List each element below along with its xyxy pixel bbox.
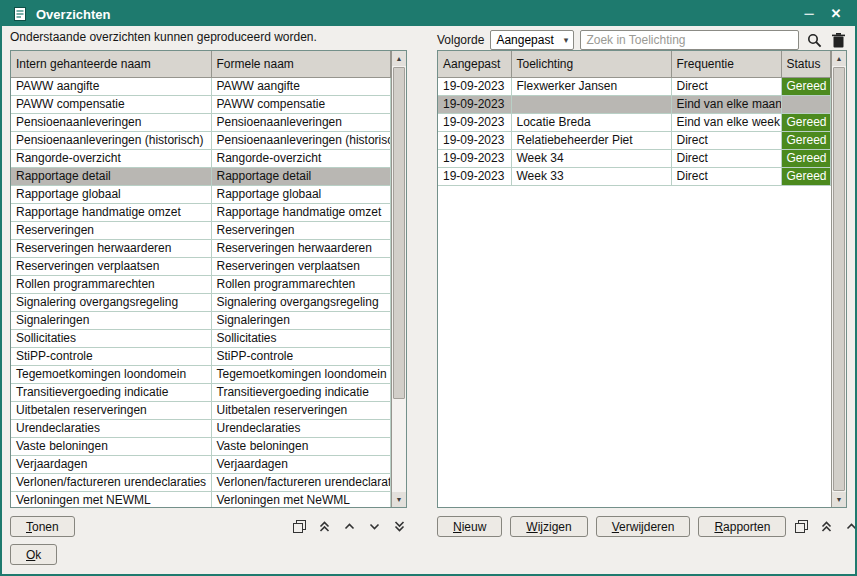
table-row[interactable]: StiPP-controleStiPP-controle bbox=[11, 347, 391, 365]
ok-button[interactable]: Ok bbox=[10, 544, 57, 565]
search-icon bbox=[807, 33, 822, 48]
move-bottom-button[interactable] bbox=[392, 519, 407, 534]
table-row[interactable]: 19-09-2023Locatie BredaEind van elke wee… bbox=[438, 113, 831, 131]
move-up-button[interactable] bbox=[342, 519, 357, 534]
table-row[interactable]: Rapportage detailRapportage detail bbox=[11, 167, 391, 185]
table-row[interactable]: ReserveringenReserveringen bbox=[11, 221, 391, 239]
instruction-text: Onderstaande overzichten kunnen geproduc… bbox=[10, 30, 407, 44]
scroll-down-icon[interactable]: ▼ bbox=[392, 492, 406, 507]
table-row[interactable]: PAWW aangiftePAWW aangifte bbox=[11, 77, 391, 95]
left-icon-group bbox=[292, 519, 407, 534]
cell: Locatie Breda bbox=[511, 113, 671, 131]
cell: Verloningen met NEWML bbox=[11, 491, 211, 507]
cell: Vaste beloningen bbox=[11, 437, 211, 455]
table-row[interactable]: 19-09-2023Week 34DirectGereed bbox=[438, 149, 831, 167]
table-row[interactable]: SollicitatiesSollicitaties bbox=[11, 329, 391, 347]
tonen-button[interactable]: Tonen bbox=[10, 516, 75, 537]
left-scrollbar[interactable]: ▲ ▼ bbox=[391, 51, 406, 507]
cell: 19-09-2023 bbox=[438, 77, 511, 95]
scrollbar-track[interactable] bbox=[832, 66, 846, 492]
table-row[interactable]: SignaleringenSignaleringen bbox=[11, 311, 391, 329]
table-row[interactable]: Rapportage globaalRapportage globaal bbox=[11, 185, 391, 203]
rapporten-table: Aangepast Toelichting Frequentie Status … bbox=[437, 50, 847, 508]
cell: Reserveringen verplaatsen bbox=[211, 257, 391, 275]
scrollbar-track[interactable] bbox=[392, 66, 406, 492]
cell: Pensioenaanleveringen bbox=[211, 113, 391, 131]
overzichten-table: Intern gehanteerde naam Formele naam PAW… bbox=[10, 50, 407, 508]
search-button[interactable] bbox=[805, 31, 823, 49]
scroll-up-icon[interactable]: ▲ bbox=[392, 51, 406, 66]
right-scrollbar[interactable]: ▲ ▼ bbox=[831, 51, 846, 507]
cell: Transitievergoeding indicatie bbox=[11, 383, 211, 401]
table-row[interactable]: PensioenaanleveringenPensioenaanlevering… bbox=[11, 113, 391, 131]
close-button[interactable]: ✕ bbox=[826, 3, 846, 25]
cell: PAWW compensatie bbox=[11, 95, 211, 113]
table-row[interactable]: Rollen programmarechtenRollen programmar… bbox=[11, 275, 391, 293]
move-down-button[interactable] bbox=[367, 519, 382, 534]
titlebar[interactable]: Overzichten ─ ✕ bbox=[2, 2, 855, 26]
table-row[interactable]: Uitbetalen reserveringenUitbetalen reser… bbox=[11, 401, 391, 419]
cell: Rangorde-overzicht bbox=[211, 149, 391, 167]
cell bbox=[511, 95, 671, 113]
table-row[interactable]: Pensioenaanleveringen (historisch)Pensio… bbox=[11, 131, 391, 149]
scrollbar-thumb[interactable] bbox=[393, 67, 405, 399]
delete-button[interactable] bbox=[829, 31, 847, 49]
table-row[interactable]: Tegemoetkomingen loondomeinTegemoetkomin… bbox=[11, 365, 391, 383]
scroll-down-icon[interactable]: ▼ bbox=[832, 492, 846, 507]
cell bbox=[781, 95, 831, 113]
cell: 19-09-2023 bbox=[438, 95, 511, 113]
cell: Direct bbox=[671, 77, 781, 95]
table-row[interactable]: Verlonen/factureren urendeclaratiesVerlo… bbox=[11, 473, 391, 491]
chevron-down-icon: ▾ bbox=[564, 35, 569, 45]
table-row[interactable]: 19-09-2023Relatiebeheerder PietDirectGer… bbox=[438, 131, 831, 149]
double-chevron-down-icon bbox=[393, 520, 406, 533]
search-input[interactable] bbox=[580, 30, 799, 50]
table-row[interactable]: UrendeclaratiesUrendeclaraties bbox=[11, 419, 391, 437]
table-row[interactable]: Signalering overgangsregelingSignalering… bbox=[11, 293, 391, 311]
minimize-button[interactable]: ─ bbox=[799, 3, 819, 25]
cell: Rapportage globaal bbox=[211, 185, 391, 203]
table-row[interactable]: Reserveringen verplaatsenReserveringen v… bbox=[11, 257, 391, 275]
cell: Verlonen/factureren urendeclaraties bbox=[11, 473, 211, 491]
move-up-button[interactable] bbox=[844, 519, 857, 534]
column-header-formele-naam: Formele naam bbox=[211, 51, 391, 77]
move-top-button[interactable] bbox=[819, 519, 834, 534]
table-row[interactable]: Transitievergoeding indicatieTransitieve… bbox=[11, 383, 391, 401]
volgorde-dropdown[interactable]: Aangepast ▾ bbox=[490, 30, 574, 50]
cell: Tegemoetkomingen loondomein bbox=[211, 365, 391, 383]
cell: 19-09-2023 bbox=[438, 113, 511, 131]
copy-button[interactable] bbox=[292, 519, 307, 534]
table-row[interactable]: Verloningen met NEWMLVerloningen met NeW… bbox=[11, 491, 391, 507]
cell: 19-09-2023 bbox=[438, 149, 511, 167]
nieuw-button[interactable]: Nieuw bbox=[437, 516, 502, 537]
move-top-button[interactable] bbox=[317, 519, 332, 534]
cell: Signalering overgangsregeling bbox=[211, 293, 391, 311]
table-row[interactable]: VerjaardagenVerjaardagen bbox=[11, 455, 391, 473]
table-row[interactable]: 19-09-2023Eind van elke maand bbox=[438, 95, 831, 113]
table-row[interactable]: Rangorde-overzichtRangorde-overzicht bbox=[11, 149, 391, 167]
cell: Gereed bbox=[781, 149, 831, 167]
column-header-frequentie: Frequentie bbox=[671, 51, 781, 77]
verwijderen-button[interactable]: Verwijderen bbox=[596, 516, 691, 537]
table-row[interactable]: 19-09-2023Flexwerker JansenDirectGereed bbox=[438, 77, 831, 95]
table-row[interactable]: Reserveringen herwaarderenReserveringen … bbox=[11, 239, 391, 257]
table-row[interactable]: 19-09-2023Week 33DirectGereed bbox=[438, 167, 831, 185]
cell: Sollicitaties bbox=[11, 329, 211, 347]
cell: Reserveringen bbox=[11, 221, 211, 239]
column-header-toelichting: Toelichting bbox=[511, 51, 671, 77]
trash-icon bbox=[832, 33, 845, 48]
wijzigen-button[interactable]: Wijzigen bbox=[510, 516, 587, 537]
column-header-intern-naam: Intern gehanteerde naam bbox=[11, 51, 211, 77]
table-row[interactable]: Rapportage handmatige omzetRapportage ha… bbox=[11, 203, 391, 221]
copy-button[interactable] bbox=[794, 519, 809, 534]
table-row[interactable]: Vaste beloningenVaste beloningen bbox=[11, 437, 391, 455]
cell: Reserveringen herwaarderen bbox=[11, 239, 211, 257]
scroll-up-icon[interactable]: ▲ bbox=[832, 51, 846, 66]
column-header-status: Status bbox=[781, 51, 831, 77]
rapporten-button[interactable]: Rapporten bbox=[698, 516, 786, 537]
table-row[interactable]: PAWW compensatiePAWW compensatie bbox=[11, 95, 391, 113]
scrollbar-thumb[interactable] bbox=[833, 67, 845, 491]
cell: Reserveringen verplaatsen bbox=[11, 257, 211, 275]
cell: Uitbetalen reserveringen bbox=[11, 401, 211, 419]
right-button-row: Nieuw Wijzigen Verwijderen Rapporten bbox=[437, 516, 847, 537]
